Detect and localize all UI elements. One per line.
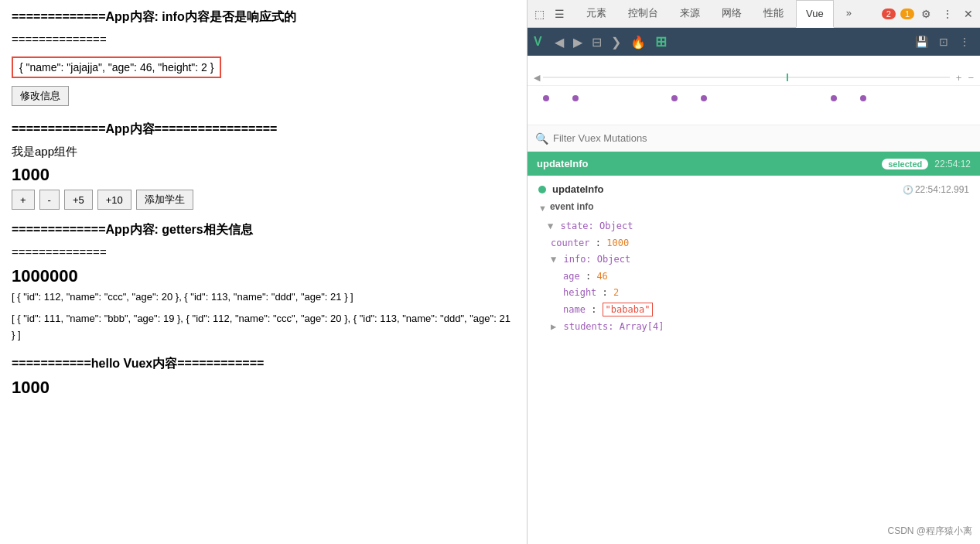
forward-button[interactable]: ▶ — [570, 33, 586, 51]
height-key: height — [563, 287, 596, 298]
getter-arr2: [ { "id": 111, "name": "bbb", "age": 19 … — [12, 311, 515, 344]
vue-top-row: V ◀ ▶ ⊟ ❯ 🔥 ⊞ 💾 ⊡ ⋮ — [528, 28, 980, 56]
search-icon: 🔍 — [535, 132, 548, 145]
getter-number: 1000000 — [12, 266, 515, 286]
selected-mutation-row[interactable]: updateInfo selected 22:54:12 — [528, 152, 980, 176]
info-row: ▼ info: Object — [538, 251, 969, 269]
chrome-tab-bar: ⬚ ☰ 元素 控制台 来源 网络 性能 Vue » 2 1 ⚙ ⋮ ✕ — [528, 0, 980, 28]
counter-key: counter — [551, 238, 590, 248]
tab-elements[interactable]: 元素 — [577, 0, 616, 28]
decrement-button[interactable]: - — [39, 190, 60, 210]
filter-row: 🔍 — [528, 125, 980, 152]
vue-more-icon[interactable]: ⋮ — [955, 34, 974, 50]
counter-buttons: + - +5 +10 添加学生 — [12, 190, 515, 210]
back-button[interactable]: ◀ — [551, 33, 567, 51]
tab-more[interactable]: » — [837, 0, 861, 28]
info-collapse-icon[interactable]: ▼ — [551, 254, 556, 265]
students-row: ▶ students: Array[4] — [538, 319, 969, 336]
error-badge: 2 — [882, 9, 896, 19]
event-name: updateInfo — [552, 183, 603, 195]
state-collapse-icon[interactable]: ▼ — [548, 221, 553, 231]
vue-devtools-panel: V ◀ ▶ ⊟ ❯ 🔥 ⊞ 💾 ⊡ ⋮ ◀ + — [528, 28, 980, 544]
app-label: 我是app组件 — [12, 143, 515, 161]
breadcrumb-icon[interactable]: ❯ — [608, 33, 624, 51]
event-dot — [538, 186, 546, 193]
dot-purple5 — [831, 95, 837, 101]
section4-heading: ===========hello Vuex内容============ — [12, 354, 515, 373]
grid-icon[interactable]: ⊞ — [652, 32, 670, 52]
mutation-time: 22:54:12 — [934, 159, 971, 169]
vue-logo: V — [534, 35, 542, 49]
tab-performance[interactable]: 性能 — [754, 0, 793, 28]
name-val: "bababa" — [603, 303, 654, 316]
vue-save-icon[interactable]: 💾 — [911, 34, 932, 50]
settings-button[interactable]: ⚙ — [917, 6, 935, 22]
tab-vue[interactable]: Vue — [796, 0, 834, 28]
height-val: 2 — [613, 287, 619, 298]
section2-heading: =============App内容================= — [12, 120, 515, 139]
getter-arr1: [ { "id": 112, "name": "ccc", "age": 20 … — [12, 289, 515, 306]
name-row: name : "bababa" — [538, 302, 969, 319]
tab-network[interactable]: 网络 — [712, 0, 751, 28]
event-info-header: updateInfo 🕐22:54:12.991 — [538, 183, 969, 195]
refresh-icon[interactable]: ⊟ — [589, 33, 605, 51]
state-key: state: Object — [560, 221, 633, 231]
selected-badge: selected — [882, 159, 928, 169]
counter-display: 1000 — [12, 165, 515, 185]
dot-purple4 — [701, 95, 707, 101]
info-key: info: Object — [563, 254, 630, 265]
mutation-name: updateInfo — [537, 158, 882, 169]
event-info-label: event info — [550, 201, 594, 212]
section1-line2: ============== — [12, 31, 515, 49]
close-button[interactable]: ✕ — [960, 6, 977, 22]
info-box: { "name": "jajajja", "age": 46, "height"… — [12, 56, 221, 78]
event-info-tree: ▼ event info ▼ state: Object counter : 1… — [538, 201, 969, 335]
tab-console[interactable]: 控制台 — [619, 0, 668, 28]
dot-purple1 — [543, 95, 549, 101]
dot-purple3 — [671, 95, 678, 101]
name-key: name — [563, 304, 586, 315]
section3-heading: =============App内容: getters相关信息 — [12, 221, 515, 239]
left-panel: =============App内容: info内容是否是响应式的 ======… — [0, 0, 528, 544]
right-panel: ⬚ ☰ 元素 控制台 来源 网络 性能 Vue » 2 1 ⚙ ⋮ ✕ V ◀ … — [528, 0, 980, 544]
timeline-collapse-icon[interactable]: ◀ — [534, 73, 540, 83]
height-row: height : 2 — [538, 285, 969, 302]
event-info-area: updateInfo 🕐22:54:12.991 ▼ event info ▼ … — [528, 176, 980, 544]
increment10-button[interactable]: +10 — [97, 190, 131, 210]
vue-top-icons: 💾 ⊡ ⋮ — [911, 34, 974, 50]
watermark: CSDN @程序猿小离 — [887, 525, 972, 538]
age-key: age — [563, 271, 580, 282]
add-student-button[interactable]: 添加学生 — [136, 190, 193, 210]
timeline-area: ◀ + − — [528, 56, 980, 125]
students-key: students: Array[4] — [563, 321, 664, 332]
flame-icon[interactable]: 🔥 — [627, 33, 649, 51]
tree-header: ▼ event info — [538, 201, 969, 215]
increment-button[interactable]: + — [12, 190, 35, 210]
age-row: age : 46 — [538, 269, 969, 286]
more-button[interactable]: ⋮ — [938, 6, 957, 22]
age-val: 46 — [596, 271, 607, 282]
filter-input[interactable] — [553, 132, 972, 144]
device-icon[interactable]: ☰ — [551, 5, 568, 22]
section3-line2: ============== — [12, 244, 515, 262]
dot-purple2 — [572, 95, 579, 101]
warn-badge: 1 — [900, 9, 914, 19]
plus-icon[interactable]: + — [956, 72, 962, 84]
students-collapse-icon[interactable]: ▶ — [551, 321, 556, 332]
section1-heading: =============App内容: info内容是否是响应式的 — [12, 8, 515, 26]
tab-sources[interactable]: 来源 — [671, 0, 709, 28]
cursor-icon[interactable]: ⬚ — [531, 5, 548, 22]
event-time: 🕐22:54:12.991 — [903, 184, 969, 195]
section4-counter: 1000 — [12, 378, 515, 398]
counter-row: counter : 1000 — [538, 235, 969, 252]
increment5-button[interactable]: +5 — [64, 190, 93, 210]
dot-purple6 — [860, 95, 866, 101]
state-row: ▼ state: Object — [538, 218, 969, 235]
tree-collapse-icon[interactable]: ▼ — [538, 204, 547, 213]
counter-val: 1000 — [606, 238, 629, 248]
modify-info-button[interactable]: 修改信息 — [12, 86, 69, 106]
minus-icon[interactable]: − — [968, 72, 974, 84]
vue-layout-icon[interactable]: ⊡ — [935, 34, 952, 50]
